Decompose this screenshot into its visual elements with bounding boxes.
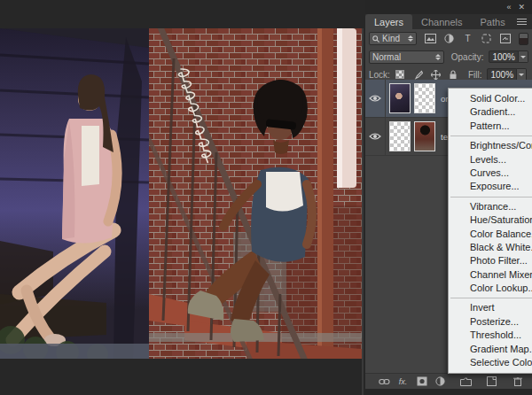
menu-separator <box>450 136 532 136</box>
collapse-panel-icon[interactable]: « <box>506 4 511 12</box>
photo-right-art <box>149 28 362 359</box>
menu-item-black-and-white[interactable]: Black & White... <box>449 241 532 254</box>
menu-item-posterize[interactable]: Posterize... <box>449 315 532 329</box>
lock-position-move-icon[interactable] <box>430 69 442 81</box>
filter-kind-dropdown[interactable]: Kind <box>369 32 417 45</box>
stepper-icon <box>435 54 441 60</box>
new-group-folder-icon[interactable] <box>459 376 473 387</box>
filter-adjustment-layers-icon[interactable] <box>442 33 456 45</box>
filter-smart-object-icon[interactable] <box>498 33 512 45</box>
blend-mode-dropdown[interactable]: Normal <box>369 50 444 64</box>
layer-mask-thumbnail[interactable] <box>414 83 435 113</box>
filter-kind-label: Kind <box>382 34 400 43</box>
menu-separator <box>450 298 532 298</box>
search-icon <box>372 35 379 43</box>
menu-item-solid-color[interactable]: Solid Color... <box>449 92 532 105</box>
filter-pixel-layers-icon[interactable] <box>424 33 437 45</box>
panel-menu-hamburger-icon[interactable] <box>517 19 527 29</box>
document-canvas[interactable] <box>0 0 365 395</box>
menu-item-brightness-contrast[interactable]: Brightness/Contrast... <box>449 139 532 152</box>
filter-type-layers-icon[interactable]: T <box>461 33 474 45</box>
menu-item-levels[interactable]: Levels... <box>449 153 532 167</box>
layer-thumbnail[interactable] <box>389 83 411 113</box>
layer-filter-row: Kind T <box>365 29 532 48</box>
layer-mask-thumbnail[interactable] <box>389 121 411 151</box>
photoshop-window: « ✕ Layers Channels Paths Kind <box>0 0 532 395</box>
close-panel-icon[interactable]: ✕ <box>518 4 525 12</box>
menu-item-color-lookup[interactable]: Color Lookup... <box>449 282 532 295</box>
menu-item-threshold[interactable]: Threshold... <box>449 329 532 342</box>
lock-transparency-icon[interactable] <box>395 69 406 81</box>
menu-item-selective-color[interactable]: Selective Color... <box>449 356 532 369</box>
opacity-control: 100% <box>489 50 528 63</box>
menu-item-pattern[interactable]: Pattern... <box>449 120 532 133</box>
lock-label: Lock: <box>369 70 390 80</box>
layer-visibility-cell[interactable] <box>365 80 386 117</box>
menu-item-photo-filter[interactable]: Photo Filter... <box>449 254 532 267</box>
menu-item-channel-mixer[interactable]: Channel Mixer... <box>449 268 532 282</box>
layer-visibility-cell[interactable] <box>365 118 386 155</box>
eye-icon <box>369 94 381 103</box>
menu-item-color-balance[interactable]: Color Balance... <box>449 228 532 241</box>
opacity-value[interactable]: 100% <box>489 50 519 63</box>
type-T-glyph: T <box>465 34 470 43</box>
panel-bottom-strip <box>365 389 532 395</box>
fill-dropdown-icon[interactable] <box>517 68 527 81</box>
photo-left-art <box>0 28 149 359</box>
blend-mode-value: Normal <box>372 52 401 62</box>
new-adjustment-layer-icon[interactable] <box>434 376 447 387</box>
lock-all-padlock-icon[interactable] <box>448 69 459 81</box>
filter-on-off-toggle[interactable] <box>519 33 528 45</box>
layer-thumbnail[interactable] <box>414 121 435 151</box>
panel-tab-bar: Layers Channels Paths <box>365 14 532 29</box>
delete-layer-trash-icon[interactable] <box>511 376 524 387</box>
layer-style-fx-icon[interactable]: fx. <box>396 376 410 387</box>
link-layers-icon[interactable] <box>378 376 391 387</box>
add-layer-mask-icon[interactable] <box>415 376 428 387</box>
opacity-label: Opacity: <box>451 52 484 62</box>
lock-buttons <box>395 69 459 81</box>
menu-item-vibrance[interactable]: Vibrance... <box>449 200 532 213</box>
filter-type-buttons: T <box>424 33 528 45</box>
tab-layers[interactable]: Layers <box>365 14 412 29</box>
canvas-photo-right <box>149 28 362 359</box>
menu-item-hue-saturation[interactable]: Hue/Saturation... <box>449 213 532 227</box>
menu-item-invert[interactable]: Invert <box>449 301 532 314</box>
menu-separator <box>450 197 532 198</box>
fill-label: Fill: <box>468 70 482 80</box>
menu-item-exposure[interactable]: Exposure... <box>449 180 532 193</box>
blend-mode-row: Normal Opacity: 100% <box>365 48 532 66</box>
menu-item-gradient-map[interactable]: Gradient Map... <box>449 343 532 356</box>
canvas-photo-left <box>0 28 149 359</box>
fill-value[interactable]: 100% <box>487 68 517 81</box>
lock-image-brush-icon[interactable] <box>412 69 424 81</box>
tab-channels[interactable]: Channels <box>412 14 471 29</box>
new-adjustment-layer-menu: Solid Color... Gradient... Pattern... Br… <box>448 88 532 374</box>
tab-paths[interactable]: Paths <box>472 14 514 29</box>
eye-icon <box>369 132 381 141</box>
stepper-icon <box>408 35 413 42</box>
canvas-right-edge <box>362 28 364 395</box>
menu-item-gradient[interactable]: Gradient... <box>449 105 532 119</box>
menu-item-curves[interactable]: Curves... <box>449 167 532 180</box>
panel-header-bar: « ✕ <box>365 0 532 14</box>
opacity-dropdown-icon[interactable] <box>519 50 528 63</box>
new-layer-icon[interactable] <box>485 376 498 387</box>
fx-glyph: fx. <box>399 377 408 386</box>
layers-panel-bottom-bar: fx. <box>365 373 532 389</box>
filter-shape-layers-icon[interactable] <box>480 33 493 45</box>
fill-control: 100% <box>487 68 527 81</box>
